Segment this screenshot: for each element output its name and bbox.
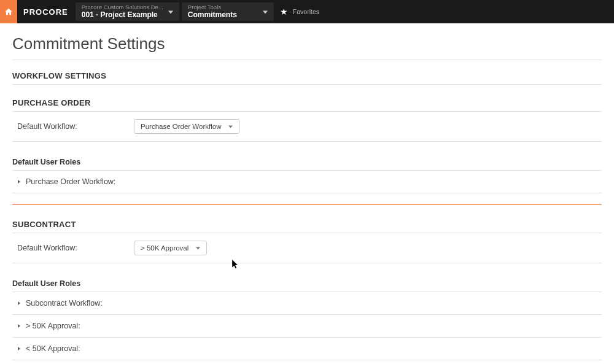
project-dropdown-value: 001 - Project Example: [82, 10, 163, 19]
star-icon: ★: [280, 7, 288, 17]
sc-row-1-label: > 50K Approval:: [26, 322, 80, 330]
subcontract-section: SUBCONTRACT Default Workflow: > 50K Appr…: [12, 220, 602, 364]
purchase-order-heading: PURCHASE ORDER: [12, 98, 602, 107]
sc-default-workflow-select[interactable]: > 50K Approval: [134, 241, 207, 255]
divider-accent: [12, 204, 602, 205]
workflow-settings-heading: WORKFLOW SETTINGS: [12, 71, 602, 80]
divider: [12, 314, 602, 315]
chevron-down-icon: [258, 6, 268, 17]
project-dropdown-label: Procore Custom Solutions De...: [82, 4, 163, 10]
sc-row-2-label: < 50K Approval:: [26, 344, 80, 353]
po-default-workflow-select[interactable]: Purchase Order Workflow: [134, 119, 239, 134]
chevron-down-icon: [196, 246, 200, 250]
project-dropdown[interactable]: Procore Custom Solutions De... 001 - Pro…: [76, 2, 179, 21]
po-default-user-roles-heading: Default User Roles: [12, 158, 602, 166]
caret-right-icon: [17, 322, 21, 330]
home-button[interactable]: [0, 0, 17, 23]
sc-row-1[interactable]: > 50K Approval:: [12, 317, 602, 335]
divider: [12, 292, 602, 292]
divider: [12, 111, 602, 112]
caret-right-icon: [17, 344, 21, 353]
caret-right-icon: [17, 299, 21, 308]
brand-logo-text: PROCORE: [23, 7, 68, 17]
tools-dropdown-label: Project Tools: [188, 4, 237, 10]
home-icon: [4, 7, 13, 16]
po-default-workflow-row: Default Workflow: Purchase Order Workflo…: [12, 114, 602, 139]
sc-default-workflow-row: Default Workflow: > 50K Approval: [12, 236, 602, 260]
divider: [12, 141, 602, 142]
po-default-workflow-value: Purchase Order Workflow: [141, 123, 221, 130]
tools-dropdown[interactable]: Project Tools Commitments: [182, 2, 274, 21]
chevron-down-icon: [228, 125, 233, 129]
page-title: Commitment Settings: [12, 34, 602, 53]
sc-default-workflow-label: Default Workflow:: [17, 244, 134, 252]
divider: [12, 193, 602, 193]
sc-row-2[interactable]: < 50K Approval:: [12, 340, 602, 357]
sc-default-user-roles-heading: Default User Roles: [12, 279, 602, 288]
app-header: PROCORE Procore Custom Solutions De... 0…: [0, 0, 614, 23]
chevron-down-icon: [163, 6, 173, 17]
divider: [12, 233, 602, 233]
divider: [12, 360, 602, 360]
divider: [12, 263, 602, 263]
divider: [12, 337, 602, 338]
divider: [12, 84, 602, 85]
sc-row-0[interactable]: Subcontract Workflow:: [12, 295, 602, 312]
sc-row-0-label: Subcontract Workflow:: [26, 299, 103, 308]
po-workflow-row-label: Purchase Order Workflow:: [26, 177, 115, 186]
po-default-workflow-label: Default Workflow:: [17, 122, 134, 131]
favorites-label: Favorites: [293, 8, 319, 15]
po-workflow-expand-row[interactable]: Purchase Order Workflow:: [12, 173, 602, 190]
favorites-item[interactable]: ★ Favorites: [275, 0, 324, 23]
divider: [12, 170, 602, 171]
page-content: Commitment Settings WORKFLOW SETTINGS PU…: [0, 23, 614, 364]
tools-dropdown-value: Commitments: [188, 10, 237, 19]
brand-logo: PROCORE: [17, 0, 74, 23]
caret-right-icon: [17, 177, 21, 186]
divider: [12, 60, 602, 60]
purchase-order-section: PURCHASE ORDER Default Workflow: Purchas…: [12, 98, 602, 193]
subcontract-heading: SUBCONTRACT: [12, 220, 602, 229]
sc-default-workflow-value: > 50K Approval: [141, 244, 188, 252]
